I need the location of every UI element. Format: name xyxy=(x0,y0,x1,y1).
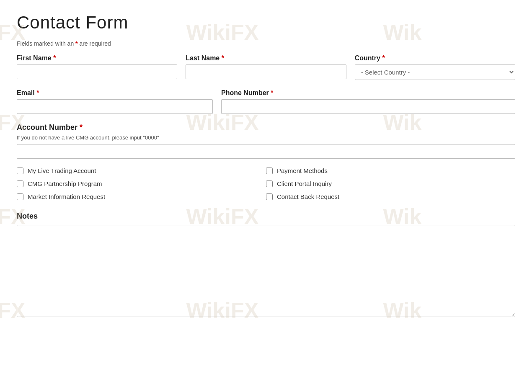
country-label: Country * xyxy=(355,54,515,62)
checkbox-col-left: My Live Trading Account CMG Partnership … xyxy=(17,167,266,200)
first-name-input[interactable] xyxy=(17,64,177,79)
required-note-text: Fields marked with an xyxy=(17,40,74,47)
last-name-group: Last Name * xyxy=(186,54,346,80)
required-star-note: * xyxy=(75,40,79,47)
checkbox-client-portal[interactable] xyxy=(266,181,273,187)
checkbox-col-right: Payment Methods Client Portal Inquiry Co… xyxy=(266,167,515,200)
country-required: * xyxy=(382,54,385,62)
checkbox-contact-back-label: Contact Back Request xyxy=(277,193,339,200)
checkbox-partnership[interactable] xyxy=(17,181,23,187)
last-name-required: * xyxy=(222,54,224,62)
name-country-row: First Name * Last Name * Country * - Sel… xyxy=(17,54,515,80)
checkboxes-section: My Live Trading Account CMG Partnership … xyxy=(17,167,515,200)
phone-group: Phone Number * xyxy=(221,89,515,114)
checkbox-live-trading-label: My Live Trading Account xyxy=(28,167,96,174)
required-note: Fields marked with an * are required xyxy=(17,40,515,47)
phone-required: * xyxy=(271,89,273,96)
email-label: Email * xyxy=(17,89,213,97)
checkbox-partnership-label: CMG Partnership Program xyxy=(28,180,102,187)
country-group: Country * - Select Country - United Stat… xyxy=(355,54,515,80)
notes-textarea[interactable] xyxy=(17,225,515,317)
email-required: * xyxy=(36,89,39,96)
last-name-input[interactable] xyxy=(186,64,346,79)
phone-input[interactable] xyxy=(221,99,515,114)
page-title: Contact Form xyxy=(17,13,515,33)
account-hint: If you do not have a live CMG account, p… xyxy=(17,134,515,141)
checkbox-payment[interactable] xyxy=(266,168,273,174)
required-note-suffix: are required xyxy=(79,40,111,47)
account-number-input[interactable] xyxy=(17,144,515,159)
account-number-label: Account Number * xyxy=(17,123,515,132)
notes-label: Notes xyxy=(17,212,515,221)
checkbox-item-live-trading: My Live Trading Account xyxy=(17,167,266,174)
account-number-required: * xyxy=(80,123,83,132)
checkbox-item-contact-back: Contact Back Request xyxy=(266,193,515,200)
checkbox-payment-label: Payment Methods xyxy=(277,167,328,174)
first-name-required: * xyxy=(53,54,56,62)
checkbox-live-trading[interactable] xyxy=(17,168,23,174)
account-number-group: Account Number * If you do not have a li… xyxy=(17,123,515,159)
first-name-label: First Name * xyxy=(17,54,177,62)
checkbox-item-client-portal: Client Portal Inquiry xyxy=(266,180,515,187)
checkbox-item-market-info: Market Information Request xyxy=(17,193,266,200)
phone-label: Phone Number * xyxy=(221,89,515,97)
email-group: Email * xyxy=(17,89,213,114)
checkbox-market-info-label: Market Information Request xyxy=(28,193,105,200)
checkbox-market-info[interactable] xyxy=(17,193,23,200)
last-name-label: Last Name * xyxy=(186,54,346,62)
checkbox-contact-back[interactable] xyxy=(266,193,273,200)
checkbox-client-portal-label: Client Portal Inquiry xyxy=(277,180,332,187)
notes-section: Notes xyxy=(17,212,515,319)
country-select[interactable]: - Select Country - United States United … xyxy=(355,64,515,80)
email-phone-row: Email * Phone Number * xyxy=(17,89,515,114)
first-name-group: First Name * xyxy=(17,54,177,80)
checkbox-item-partnership: CMG Partnership Program xyxy=(17,180,266,187)
checkbox-item-payment: Payment Methods xyxy=(266,167,515,174)
email-input[interactable] xyxy=(17,99,213,114)
